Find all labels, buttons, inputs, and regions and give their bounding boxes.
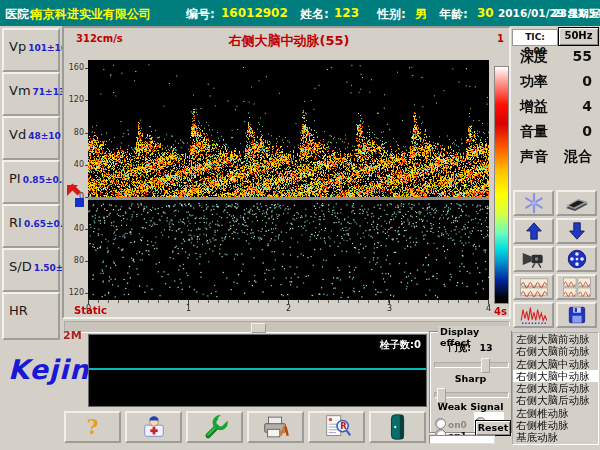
frequency-button[interactable]: 50Hz — [558, 27, 599, 46]
setting-value: 0 — [582, 73, 592, 93]
settings-button[interactable] — [186, 411, 243, 443]
save-button[interactable] — [556, 302, 597, 328]
param-cell-vd: Vd48±10 — [2, 116, 60, 160]
artery-item[interactable]: 右侧大脑前动脉 — [513, 345, 598, 357]
printer-icon — [261, 414, 291, 440]
artery-item[interactable]: 右侧椎动脉 — [513, 419, 598, 431]
gate-width-slider-thumb[interactable] — [481, 358, 490, 373]
setting-label: 音量 — [520, 123, 548, 143]
x-tick: 2 — [286, 304, 291, 313]
vessel-title: 右侧大脑中动脉(55) — [144, 32, 434, 50]
y-tick-mark — [85, 133, 88, 134]
param-label: Vd — [9, 127, 26, 142]
artery-item-selected[interactable]: 右侧大脑中动脉 — [513, 370, 598, 382]
y-tick: 120 — [64, 95, 84, 104]
print-button[interactable] — [247, 411, 304, 443]
dual-channel-button[interactable] — [513, 274, 554, 300]
setting-value: 4 — [582, 98, 592, 118]
quad-channel-button[interactable] — [556, 274, 597, 300]
param-value: 48±10 — [28, 131, 61, 141]
y-tick: 120 — [64, 288, 84, 297]
freeze-button[interactable] — [513, 190, 554, 216]
y-tick: 40 — [64, 160, 84, 169]
artery-item[interactable]: 右侧大脑后动脉 — [513, 394, 598, 406]
help-button[interactable]: ? — [64, 411, 121, 443]
param-cell-vm: Vm71±13 — [2, 72, 60, 116]
time-axis-ticks — [88, 300, 490, 303]
artery-item[interactable]: 左侧大脑后动脉 — [513, 382, 598, 394]
param-label: HR — [9, 303, 28, 318]
report-button[interactable]: R — [308, 411, 365, 443]
wrench-icon — [202, 414, 228, 440]
record-video-button[interactable] — [513, 246, 554, 272]
setting-row-sound: 声音混合 — [514, 148, 598, 168]
exit-door-icon — [386, 413, 410, 441]
setting-row-depth: 深度55 — [514, 48, 598, 68]
gender-label: 性别: — [377, 6, 406, 23]
exit-button[interactable] — [369, 411, 426, 443]
arrow-up-icon — [525, 221, 543, 241]
gate-width-slider[interactable] — [434, 362, 509, 368]
y-tick-mark — [85, 100, 88, 101]
y-tick-mark — [85, 293, 88, 294]
setting-value: 0 — [582, 123, 592, 143]
velocity-scale-label: 312cm/s — [76, 33, 123, 44]
artery-item[interactable]: 基底动脉 — [513, 431, 598, 443]
artery-list[interactable]: 左侧大脑前动脉 右侧大脑前动脉 左侧大脑中动脉 右侧大脑中动脉 左侧大脑后动脉 … — [512, 332, 599, 445]
artery-item[interactable]: 左侧椎动脉 — [513, 407, 598, 419]
param-label: S/D — [9, 259, 32, 274]
report-magnifier-icon: R — [322, 413, 352, 441]
depth-up-button[interactable] — [513, 218, 554, 244]
patient-name-label: 姓名: — [300, 6, 329, 23]
param-label: RI — [9, 215, 22, 230]
quad-trace-icon — [562, 277, 592, 297]
spectrum-mode-button[interactable] — [513, 302, 554, 328]
spectrogram-canvas — [88, 60, 489, 300]
x-tick: 1 — [186, 304, 191, 313]
param-cell-sd: S/D1.50±1.50 — [2, 248, 60, 292]
patient-info-icon — [141, 414, 167, 440]
brand-logo: Kejin — [8, 354, 90, 385]
video-camera-icon — [521, 249, 547, 269]
save-disk-icon — [567, 305, 587, 325]
patient-id-label: 编号: — [186, 6, 215, 23]
dual-trace-icon — [519, 277, 549, 297]
spectral-display-frame: 312cm/s 右侧大脑中动脉(55) 1 160 120 80 40 0 40… — [62, 26, 511, 319]
sharp-slider[interactable] — [434, 392, 509, 398]
patient-name-value: 123 — [334, 6, 359, 20]
artery-item[interactable]: 左侧大脑中动脉 — [513, 358, 598, 370]
time-scrollbar-thumb[interactable] — [251, 323, 266, 333]
age-value: 30 — [477, 6, 494, 20]
depth-down-button[interactable] — [556, 218, 597, 244]
gate-width-row: 门宽: 13 — [430, 342, 511, 355]
film-reel-icon — [566, 248, 588, 270]
age-label: 年龄: — [439, 6, 468, 23]
setting-label: 声音 — [520, 148, 548, 168]
playback-film-button[interactable] — [556, 246, 597, 272]
param-label: Vm — [9, 83, 31, 98]
status-static-label: Static — [74, 305, 107, 316]
setting-label: 深度 — [520, 48, 548, 68]
embolus-count: 栓子数:0 — [380, 338, 421, 352]
y-tick-mark — [85, 261, 88, 262]
time-display: 23:11:54 — [553, 8, 600, 19]
arrow-down-icon — [568, 221, 586, 241]
artery-item[interactable]: 左侧大脑前动脉 — [513, 333, 598, 345]
unfreeze-button[interactable] — [556, 190, 597, 216]
flow-direction-arrow-icon — [65, 183, 87, 209]
sharp-label: Sharp — [430, 373, 511, 384]
embolus-monitor-panel: 栓子数:0 — [88, 334, 427, 407]
patient-info-button[interactable] — [125, 411, 182, 443]
intensity-colorbar — [494, 66, 509, 304]
display-effect-panel: Display effect 门宽: 13 Sharp Weak Signal … — [429, 331, 512, 433]
y-tick: 80 — [64, 256, 84, 265]
y-tick-mark — [85, 68, 88, 69]
y-tick: 40 — [64, 224, 84, 233]
gender-value: 男 — [415, 6, 427, 23]
y-tick: 80 — [64, 128, 84, 137]
snowflake-icon — [523, 192, 545, 214]
reset-button[interactable]: Reset — [475, 420, 511, 436]
hospital-value: 南京科进实业有限公司 — [31, 6, 151, 23]
gate-width-value: 13 — [479, 342, 492, 353]
colorbar-max-label: 1 — [492, 33, 509, 44]
